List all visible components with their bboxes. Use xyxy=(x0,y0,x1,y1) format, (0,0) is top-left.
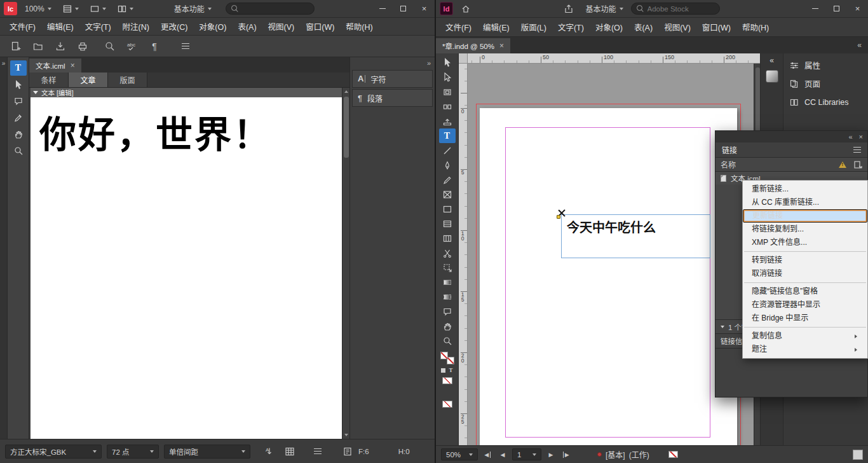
home-button[interactable] xyxy=(457,3,475,15)
menu-help[interactable]: 帮助(H) xyxy=(340,20,378,32)
font-size-select[interactable]: 72 点 xyxy=(107,445,159,459)
menu-window[interactable]: 窗口(W) xyxy=(300,20,340,32)
tab-story[interactable]: 文章 xyxy=(69,73,108,87)
zoom-tool[interactable] xyxy=(439,333,456,348)
view-options-dropdown[interactable] xyxy=(59,3,83,15)
menu-table[interactable]: 表(A) xyxy=(628,21,658,33)
document-tab[interactable]: 文本.icml × xyxy=(29,59,81,73)
menu-window[interactable]: 窗口(W) xyxy=(696,21,736,33)
menu-item-hide-link-info[interactable]: 隐藏“链接信息”窗格 xyxy=(743,285,867,298)
properties-panel-button[interactable]: 属性 xyxy=(783,56,868,74)
text-direction-button[interactable]: A xyxy=(262,445,277,459)
note-tool[interactable] xyxy=(10,93,27,109)
direct-selection-tool[interactable] xyxy=(439,70,456,85)
search-input[interactable] xyxy=(242,5,309,13)
stock-search-field[interactable] xyxy=(631,3,720,15)
preflight-status-icon[interactable] xyxy=(597,452,602,457)
close-panel-icon[interactable]: × xyxy=(859,133,863,141)
minimize-button[interactable] xyxy=(372,0,393,17)
spellcheck-button[interactable]: abc xyxy=(126,40,138,53)
pen-tool[interactable] xyxy=(439,158,456,172)
menu-item-copy-link-to[interactable]: 将链接复制到... xyxy=(743,223,867,236)
fill-swatch[interactable] xyxy=(440,352,448,359)
apply-none-button[interactable] xyxy=(442,377,452,384)
menu-item-xmp-file-info[interactable]: XMP 文件信息... xyxy=(743,236,867,249)
close-tab-icon[interactable]: × xyxy=(499,41,504,50)
arrange-documents-dropdown[interactable] xyxy=(114,3,137,15)
next-page-button[interactable]: ▶ xyxy=(545,449,557,460)
collapsed-panel-icon[interactable] xyxy=(766,70,778,83)
first-page-button[interactable]: ◀ xyxy=(482,449,493,460)
container-format-icon[interactable] xyxy=(441,368,445,373)
linked-text-frame[interactable]: 今天中午吃什么 xyxy=(561,214,710,258)
type-tool[interactable]: T xyxy=(439,128,456,143)
page-number-select[interactable]: 1 xyxy=(512,448,541,460)
menu-item-relink-from-cc[interactable]: 从 CC 库重新链接... xyxy=(743,196,867,209)
close-tab-icon[interactable]: × xyxy=(71,61,75,70)
rectangle-tool[interactable] xyxy=(439,202,456,216)
ruler-origin-box[interactable] xyxy=(459,53,468,64)
hand-tool[interactable] xyxy=(439,319,456,333)
position-tool[interactable] xyxy=(10,77,27,92)
previous-page-button[interactable]: ◀ xyxy=(497,449,508,460)
links-tab[interactable]: 链接 xyxy=(722,144,737,155)
hand-tool[interactable] xyxy=(10,127,27,142)
frame-text[interactable]: 今天中午吃什么 xyxy=(562,215,710,236)
screen-mode-dropdown[interactable] xyxy=(86,3,110,15)
type-tool[interactable]: T xyxy=(10,60,27,76)
horizontal-ruler[interactable]: 0 50 100 150 200 xyxy=(459,53,760,64)
vertical-grid-tool[interactable] xyxy=(439,231,456,245)
paragraph-panel-button[interactable]: ¶ 段落 xyxy=(352,89,433,107)
maximize-button[interactable] xyxy=(393,0,414,17)
close-button[interactable]: × xyxy=(847,0,868,17)
menu-layout[interactable]: 版面(L) xyxy=(515,21,552,33)
panel-menu-icon[interactable] xyxy=(853,147,861,153)
menu-item-go-to-link[interactable]: 转到链接 xyxy=(743,254,867,267)
minimize-button[interactable] xyxy=(805,0,826,17)
pages-panel-button[interactable]: 页面 xyxy=(783,74,868,93)
workspace-switcher[interactable]: 基本功能 xyxy=(581,2,627,15)
maximize-button[interactable] xyxy=(826,0,847,17)
menu-type[interactable]: 文字(T) xyxy=(79,20,117,32)
leading-select[interactable]: 单倍间距 xyxy=(164,445,250,459)
save-button[interactable] xyxy=(55,40,66,53)
preflight-profile[interactable]: [基本] xyxy=(606,449,625,460)
panel-expander-strip[interactable]: » xyxy=(0,57,8,439)
note-tool[interactable] xyxy=(439,304,456,319)
scrollbar-thumb[interactable] xyxy=(344,97,349,158)
frame-grid-button[interactable] xyxy=(282,445,297,459)
toolbar-menu-button[interactable] xyxy=(180,40,191,53)
horizontal-grid-tool[interactable] xyxy=(439,216,456,231)
menu-file[interactable]: 文件(F) xyxy=(440,21,477,33)
find-button[interactable] xyxy=(104,40,116,53)
gradient-swatch-tool[interactable] xyxy=(439,275,456,289)
menu-edit[interactable]: 编辑(E) xyxy=(477,21,515,33)
menu-item-reveal-in-explorer[interactable]: 在资源管理器中显示 xyxy=(743,298,867,312)
galley-area[interactable]: 你好，世界！ xyxy=(31,97,342,439)
stock-search-input[interactable] xyxy=(648,5,714,13)
menu-item-captions[interactable]: 题注 xyxy=(743,343,867,356)
menu-view[interactable]: 视图(V) xyxy=(262,20,301,32)
show-hidden-characters-button[interactable]: ¶ xyxy=(149,40,160,53)
story-text[interactable]: 你好，世界！ xyxy=(31,97,342,158)
document-tab[interactable]: *章.indd @ 50% × xyxy=(436,38,510,53)
chevron-down-icon[interactable] xyxy=(721,326,724,328)
menu-item-unlink[interactable]: 取消链接 xyxy=(743,267,867,280)
menu-edit[interactable]: 编辑(E) xyxy=(41,20,79,32)
menu-notes[interactable]: 附注(N) xyxy=(117,20,155,32)
new-document-button[interactable] xyxy=(10,40,22,53)
name-column-header[interactable]: 名称 xyxy=(721,159,736,170)
font-family-select[interactable]: 方正大标宋_GBK xyxy=(5,445,102,459)
last-page-button[interactable]: ▶ xyxy=(560,449,572,460)
line-tool[interactable] xyxy=(439,143,456,158)
zoom-select[interactable]: 50% xyxy=(441,448,478,460)
collapse-dock-icon[interactable]: « xyxy=(857,41,862,50)
workspace-switcher[interactable]: 基本功能 xyxy=(170,2,215,15)
gradient-feather-tool[interactable] xyxy=(439,289,456,304)
vertical-scrollbar[interactable] xyxy=(342,88,349,439)
search-field[interactable] xyxy=(226,3,315,15)
fill-stroke-swatches[interactable] xyxy=(440,352,454,364)
story-separator-bar[interactable]: 文本 [编辑] xyxy=(31,88,342,97)
apply-none-swatch[interactable] xyxy=(442,401,452,408)
vertical-ruler[interactable]: 0 5 10 15 20 25 30 xyxy=(459,64,468,445)
